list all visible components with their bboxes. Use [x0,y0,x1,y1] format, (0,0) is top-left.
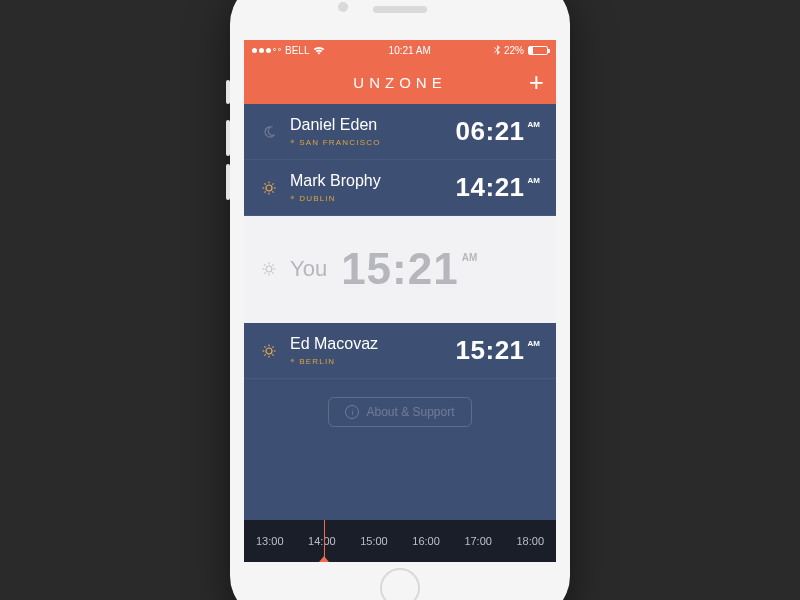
phone-home-button [380,568,420,600]
status-bar: BELL 10:21 AM 22% [244,40,556,60]
contact-ampm: AM [528,339,540,348]
contact-ampm: AM [528,176,540,185]
you-row[interactable]: You 15:21 AM [244,216,556,323]
svg-line-8 [272,183,273,184]
moon-icon [258,126,280,138]
info-icon: i [345,405,359,419]
you-label: You [290,256,327,282]
timeline-tick: 14:00 [308,535,336,547]
timeline-tick: 17:00 [464,535,492,547]
svg-line-5 [264,183,265,184]
pin-icon: ⌖ [290,193,296,203]
about-label: About & Support [366,405,454,419]
contact-row[interactable]: Ed Macovaz ⌖ BERLIN 15:21 AM [244,323,556,379]
carrier-label: BELL [285,45,309,56]
battery-icon [528,46,548,55]
pin-icon: ⌖ [290,137,296,147]
about-support-button[interactable]: i About & Support [328,397,471,427]
svg-line-16 [264,272,265,273]
battery-percentage: 22% [504,45,524,56]
contact-ampm: AM [528,120,540,129]
bluetooth-icon [494,45,500,55]
contact-time: 06:21 [456,116,525,147]
phone-side-button [226,120,230,156]
timeline-tick: 16:00 [412,535,440,547]
timeline-scrubber[interactable]: 13:00 14:00 15:00 16:00 17:00 18:00 [244,520,556,562]
svg-line-25 [264,354,265,355]
svg-line-14 [264,264,265,265]
contact-location: ⌖ DUBLIN [290,193,456,203]
timeline-tick: 13:00 [256,535,284,547]
timeline-tick: 18:00 [516,535,544,547]
app-title: UNZONE [353,74,446,91]
contact-time: 15:21 [456,335,525,366]
svg-point-9 [266,266,272,272]
contact-row[interactable]: Mark Brophy ⌖ DUBLIN 14:21 AM [244,160,556,216]
add-button[interactable]: + [529,69,544,95]
phone-side-button [226,164,230,200]
svg-line-7 [264,191,265,192]
phone-side-button [226,80,230,104]
sun-icon [258,181,280,195]
screen: BELL 10:21 AM 22% UNZONE + Daniel Eden [244,40,556,562]
contact-location: ⌖ BERLIN [290,356,456,366]
contact-name: Daniel Eden [290,116,456,134]
svg-line-6 [272,191,273,192]
svg-line-24 [272,354,273,355]
sun-icon [258,344,280,358]
app-header: UNZONE + [244,60,556,104]
contact-row[interactable]: Daniel Eden ⌖ SAN FRANCISCO 06:21 AM [244,104,556,160]
svg-point-0 [266,185,272,191]
signal-strength-icon [252,48,281,53]
contact-location: ⌖ SAN FRANCISCO [290,137,456,147]
timeline-tick: 15:00 [360,535,388,547]
you-ampm: AM [462,252,478,263]
contact-list: Daniel Eden ⌖ SAN FRANCISCO 06:21 AM Mar… [244,104,556,520]
pin-icon: ⌖ [290,356,296,366]
svg-point-18 [266,348,272,354]
contact-name: Ed Macovaz [290,335,456,353]
svg-line-15 [272,272,273,273]
wifi-icon [313,46,325,55]
svg-line-17 [272,264,273,265]
sun-icon [258,262,280,276]
contact-name: Mark Brophy [290,172,456,190]
svg-line-26 [272,346,273,347]
phone-frame: BELL 10:21 AM 22% UNZONE + Daniel Eden [230,0,570,600]
statusbar-time: 10:21 AM [389,45,431,56]
svg-line-23 [264,346,265,347]
contact-time: 14:21 [456,172,525,203]
you-time: 15:21 [341,244,459,294]
